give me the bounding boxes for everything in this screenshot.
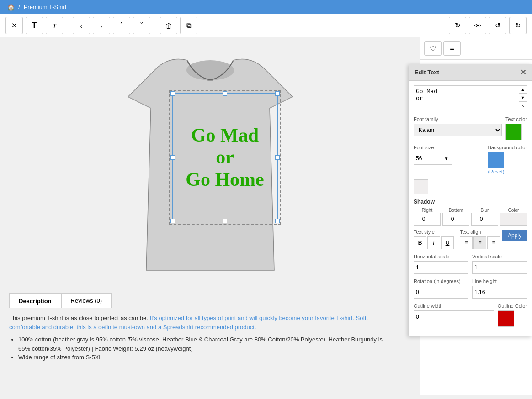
rotation-lineheight-row: Rotation (in degrees) Line height	[414, 278, 527, 299]
handle-br[interactable]	[275, 219, 280, 223]
h-scale-input[interactable]	[414, 261, 468, 274]
handle-mr[interactable]	[275, 155, 280, 160]
move-up-button[interactable]: ˄	[113, 17, 130, 34]
style-align-row: Text style B I U Text align ≡ ≡ ≡	[414, 229, 502, 249]
design-inner: Go MadorGo Home	[172, 93, 278, 221]
text-editor[interactable]: Go Mad or	[414, 85, 527, 110]
undo-button[interactable]: ↺	[489, 17, 506, 34]
bg-white-row	[414, 179, 527, 194]
tab-description[interactable]: Description	[9, 293, 61, 308]
font-size-input[interactable]	[414, 152, 441, 165]
shadow-right-input[interactable]	[414, 213, 441, 226]
handle-bc[interactable]	[223, 219, 227, 223]
shadow-bottom-input[interactable]	[442, 213, 469, 226]
underline-button[interactable]: U	[441, 236, 454, 249]
eye-button[interactable]: 👁	[469, 17, 486, 34]
shadow-blur-group: Blur	[471, 208, 498, 226]
outline-width-label: Outline width	[414, 303, 494, 309]
bg-color-group: Background color (Reset)	[488, 145, 527, 175]
desc-text2: It's optimized for all types of print an…	[150, 315, 354, 321]
desc-text1: This premium T-shirt is as close to perf…	[9, 315, 148, 321]
toolbar-right: ↻ 👁 ↺ ↻	[449, 17, 527, 34]
text-color-swatch[interactable]	[505, 124, 522, 140]
handle-tc[interactable]	[223, 91, 227, 96]
h-scale-label: Horizontal scale	[414, 254, 468, 259]
text-style-toolbar-button[interactable]: T	[46, 17, 63, 34]
outline-color-group: Outline Color	[498, 303, 527, 327]
text-style-group: Text style B I U	[414, 229, 456, 249]
apply-button[interactable]: Apply	[502, 230, 527, 241]
desc-bullet1: 100% cotton (heather gray is 95% cotton …	[18, 335, 384, 353]
font-size-label: Font size	[414, 145, 484, 150]
align-right-button[interactable]: ≡	[487, 236, 500, 249]
font-family-select[interactable]: Kalam	[414, 124, 502, 136]
shadow-section: Shadow Right Bottom Blur Color	[414, 199, 527, 226]
tshirt-container: Go MadorGo Home	[114, 42, 306, 289]
text-scroll-down[interactable]: ▼	[519, 94, 527, 102]
shadow-color-group: Color	[500, 208, 527, 226]
font-size-dropdown[interactable]: ▼	[441, 152, 452, 165]
list-button[interactable]: ≡	[443, 41, 461, 56]
font-family-label: Font family	[414, 116, 502, 122]
edit-text-title: Edit Text	[415, 69, 439, 76]
handle-tl[interactable]	[170, 91, 175, 96]
edit-text-body: Go Mad or ▲ ▼ ⤡ Font family Kalam Text c…	[409, 81, 532, 336]
design-area[interactable]: Go MadorGo Home	[169, 90, 281, 225]
text-align-label: Text align	[460, 229, 502, 235]
bg-white-swatch[interactable]	[414, 179, 428, 194]
canvas-and-desc: Go MadorGo Home Description Reviews (0) …	[0, 37, 420, 395]
bg-color-label: Background color	[488, 145, 527, 150]
align-center-button[interactable]: ≡	[473, 236, 486, 249]
text-style-label: Text style	[414, 229, 456, 235]
style-buttons: B I U	[414, 236, 456, 249]
rotation-input[interactable]	[414, 286, 468, 299]
edit-text-panel: Edit Text ✕ Go Mad or ▲ ▼ ⤡ Font family …	[409, 64, 532, 336]
bottom-tabs: Description Reviews (0)	[9, 293, 411, 308]
bg-color-swatch[interactable]	[488, 152, 504, 168]
refresh-button[interactable]: ↻	[449, 17, 466, 34]
handle-tr[interactable]	[275, 91, 280, 96]
edit-text-close-button[interactable]: ✕	[520, 68, 526, 77]
move-down-button[interactable]: ˅	[133, 17, 150, 34]
v-scale-input[interactable]	[472, 261, 527, 274]
align-left-button[interactable]: ≡	[460, 236, 473, 249]
move-left-button[interactable]: ‹	[73, 17, 90, 34]
shadow-blur-input[interactable]	[471, 213, 498, 226]
outline-width-input[interactable]	[414, 310, 494, 323]
italic-button[interactable]: I	[427, 236, 440, 249]
tab-reviews[interactable]: Reviews (0)	[61, 293, 112, 308]
page-content: Go MadorGo Home Description Reviews (0) …	[0, 37, 420, 395]
outline-color-label: Outline Color	[498, 303, 527, 309]
shadow-bottom-label: Bottom	[442, 208, 469, 213]
shadow-row: Right Bottom Blur Color	[414, 208, 527, 226]
text-resize[interactable]: ⤡	[519, 102, 527, 110]
top-nav: 🏠 / Premium T-Shirt	[0, 0, 532, 14]
outline-row: Outline width Outline Color	[414, 303, 527, 327]
copy-button[interactable]: ⧉	[180, 17, 197, 34]
outline-color-swatch[interactable]	[498, 310, 514, 327]
delete-button[interactable]: 🗑	[160, 17, 177, 34]
shadow-title: Shadow	[414, 199, 527, 205]
text-area-wrapper: Go Mad or ▲ ▼ ⤡	[414, 85, 527, 112]
heart-button[interactable]: ♡	[424, 41, 442, 56]
design-handles	[173, 94, 277, 221]
home-icon[interactable]: 🏠	[7, 4, 15, 10]
text-scroll-up[interactable]: ▲	[519, 85, 527, 94]
line-height-input[interactable]	[472, 286, 527, 299]
rotation-label: Rotation (in degrees)	[414, 278, 468, 284]
font-family-group: Font family Kalam	[414, 116, 502, 136]
font-color-row: Font family Kalam Text color	[414, 116, 527, 140]
bold-button[interactable]: B	[414, 236, 426, 249]
text-area-arrows: ▲ ▼ ⤡	[519, 85, 527, 110]
outline-width-group: Outline width	[414, 303, 494, 327]
add-text-toolbar-button[interactable]: T	[26, 17, 43, 34]
bg-reset-link[interactable]: (Reset)	[488, 169, 504, 174]
redo-button[interactable]: ↻	[509, 17, 527, 34]
shadow-color-swatch[interactable]	[500, 213, 527, 226]
handle-bl[interactable]	[170, 219, 175, 223]
move-right-button[interactable]: ›	[93, 17, 110, 34]
text-color-group: Text color	[505, 116, 527, 140]
handle-ml[interactable]	[170, 155, 175, 160]
shuffle-button[interactable]: ✕	[5, 17, 23, 34]
desc-bullet2: Wide range of sizes from S-5XL	[18, 353, 384, 362]
